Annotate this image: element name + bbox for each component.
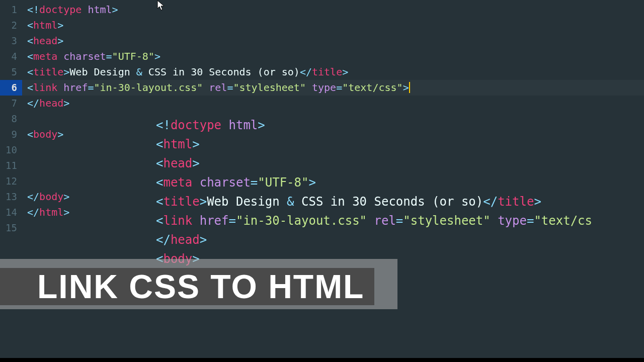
line-number: 15 [0,220,22,236]
line-number: 7 [0,96,22,111]
line-number: 6 [0,80,22,96]
line-number: 8 [0,111,22,127]
line-number: 4 [0,49,22,64]
banner-text: LINK CSS TO HTML [0,268,374,305]
code-line[interactable]: <!doctype html> [27,2,644,18]
line-number: 11 [0,158,22,173]
code-line[interactable]: <title>Web Design & CSS in 30 Seconds (o… [27,64,644,80]
code-line[interactable]: </head> [27,96,644,111]
overlay-line: <meta charset="UTF-8"> [156,173,644,192]
line-number: 12 [0,173,22,189]
line-number: 9 [0,127,22,142]
overlay-line: <head> [156,154,644,173]
code-line[interactable]: <html> [27,18,644,33]
line-number: 1 [0,2,22,18]
line-number: 2 [0,18,22,33]
code-line[interactable]: <head> [27,33,644,49]
overlay-line: </head> [156,230,644,249]
title-banner: LINK CSS TO HTML [0,259,374,296]
overlay-line: <link href="in-30-layout.css" rel="style… [156,211,644,230]
code-line[interactable]: <meta charset="UTF-8"> [27,49,644,64]
line-number: 3 [0,33,22,49]
line-number: 5 [0,64,22,80]
code-line[interactable]: <link href="in-30-layout.css" rel="style… [27,80,644,96]
bottom-bar [0,358,644,362]
line-number: 13 [0,189,22,205]
overlay-line: <html> [156,135,644,154]
line-number: 10 [0,142,22,158]
overlay-line: <title>Web Design & CSS in 30 Seconds (o… [156,192,644,211]
overlay-line: <!doctype html> [156,116,644,135]
line-number: 14 [0,205,22,220]
